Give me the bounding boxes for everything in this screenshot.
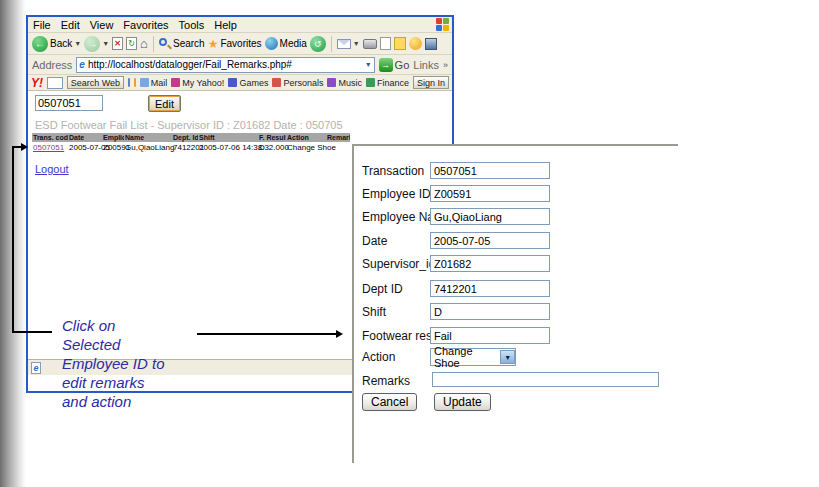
menu-favorites[interactable]: Favorites — [123, 19, 168, 31]
yahoo-item-my-yahoo[interactable]: My Yahoo! — [171, 78, 224, 88]
mail-button[interactable]: ▼ — [337, 39, 360, 49]
media-button[interactable]: Media — [265, 37, 307, 50]
go-button[interactable]: → Go — [379, 58, 410, 72]
toolbar-separator — [153, 36, 154, 52]
callout-bottom-line — [12, 331, 52, 333]
mail-dropdown-icon[interactable]: ▼ — [353, 40, 360, 47]
links-chevron-icon[interactable]: » — [443, 60, 448, 70]
edit-page-button[interactable] — [380, 37, 391, 50]
browser-toolbar: ← Back ▼ → ▼ ✕ ↻ ⌂ Search ★ Favorites Me… — [28, 33, 452, 55]
yahoo-personals-label: Personals — [283, 78, 323, 88]
yahoo-logo[interactable]: Y! — [31, 76, 43, 90]
refresh-icon: ↻ — [126, 37, 137, 50]
cell-date: 2005-07-05 — [68, 142, 102, 153]
col-dept-id: Dept. Id — [172, 133, 198, 142]
menu-file[interactable]: File — [33, 19, 51, 31]
yahoo-item-music[interactable]: Music — [327, 78, 362, 88]
finance-icon — [366, 78, 375, 87]
yahoo-star-icon[interactable] — [134, 78, 136, 87]
trans-code-link[interactable]: 0507051 — [33, 143, 64, 152]
yahoo-item-mail[interactable]: Mail — [140, 78, 168, 88]
edit-button[interactable]: Edit — [148, 95, 181, 112]
tool-extra-button[interactable] — [425, 38, 437, 50]
footwear-result-field[interactable] — [430, 327, 550, 344]
yahoo-search-web-button[interactable]: Search Web — [67, 76, 124, 89]
transaction-search-input[interactable] — [35, 95, 103, 111]
edit-form-panel: Transaction Employee ID Employee Name Da… — [352, 144, 678, 463]
table-header-row: Trans. code Date Emplid Name Dept. Id Sh… — [32, 133, 350, 142]
music-icon — [327, 78, 336, 87]
yahoo-item-personals[interactable]: Personals — [272, 78, 323, 88]
dept-id-field[interactable] — [430, 280, 550, 297]
update-button[interactable]: Update — [434, 393, 491, 411]
search-button[interactable]: Search — [159, 38, 205, 50]
go-arrow-icon: → — [379, 58, 393, 72]
forward-button[interactable]: → ▼ — [84, 36, 109, 52]
yahoo-item-games[interactable]: Games — [228, 78, 268, 88]
toolbar-separator — [331, 36, 332, 52]
history-icon: ↺ — [310, 36, 326, 52]
favorites-label: Favorites — [220, 38, 261, 49]
forward-dropdown-icon[interactable]: ▼ — [102, 40, 109, 47]
back-button[interactable]: ← Back ▼ — [32, 36, 81, 52]
messenger-icon — [409, 37, 422, 50]
transaction-field[interactable] — [430, 162, 550, 179]
media-label: Media — [280, 38, 307, 49]
stop-icon: ✕ — [112, 37, 123, 50]
media-globe-icon — [265, 37, 278, 50]
date-label: Date — [362, 234, 387, 248]
supervisor-id-field[interactable] — [430, 255, 550, 272]
menu-edit[interactable]: Edit — [61, 19, 80, 31]
address-label: Address — [32, 59, 72, 71]
shift-field[interactable] — [430, 303, 550, 320]
address-dropdown-icon[interactable]: ▼ — [365, 61, 372, 68]
favorites-button[interactable]: ★ Favorites — [208, 37, 262, 51]
action-select[interactable]: Change Shoe ▼ — [430, 348, 516, 366]
address-bar: Address e http://localhost/datalogger/Fa… — [28, 55, 452, 75]
windows-logo-icon — [436, 18, 449, 31]
home-icon: ⌂ — [140, 36, 148, 51]
history-button[interactable]: ↺ — [310, 36, 326, 52]
links-label[interactable]: Links — [413, 59, 439, 71]
col-remarks: Remarks — [326, 133, 350, 142]
logout-link[interactable]: Logout — [35, 163, 69, 175]
yahoo-games-label: Games — [239, 78, 268, 88]
refresh-button[interactable]: ↻ — [126, 37, 137, 50]
yahoo-bookmark-icon[interactable] — [128, 78, 130, 87]
home-button[interactable]: ⌂ — [140, 36, 148, 51]
menu-help[interactable]: Help — [214, 19, 237, 31]
col-date: Date — [68, 133, 102, 142]
address-field[interactable]: e http://localhost/datalogger/Fail_Remar… — [76, 57, 374, 73]
personals-icon — [272, 78, 281, 87]
discuss-button[interactable] — [394, 37, 406, 50]
yahoo-music-label: Music — [338, 78, 362, 88]
my-yahoo-icon — [171, 78, 180, 87]
forward-icon: → — [84, 36, 100, 52]
search-label: Search — [173, 38, 205, 49]
menu-tools[interactable]: Tools — [179, 19, 205, 31]
go-label: Go — [395, 59, 410, 71]
menu-view[interactable]: View — [90, 19, 114, 31]
remarks-field[interactable] — [432, 372, 659, 387]
callout-arrowhead-icon — [21, 143, 28, 151]
chevron-down-icon[interactable]: ▼ — [500, 350, 515, 364]
back-dropdown-icon[interactable]: ▼ — [74, 40, 81, 47]
cell-name: Gu,QiaoLiang — [124, 142, 172, 153]
yahoo-sign-in-button[interactable]: Sign In — [413, 76, 449, 89]
supervisor-id-label: Supervisor_id — [362, 257, 435, 271]
app-icon — [425, 38, 437, 50]
stop-button[interactable]: ✕ — [112, 37, 123, 50]
fail-list-table: Trans. code Date Emplid Name Dept. Id Sh… — [32, 133, 350, 153]
date-field[interactable] — [430, 232, 550, 249]
col-emplid: Emplid — [102, 133, 124, 142]
menu-bar: File Edit View Favorites Tools Help — [28, 17, 452, 33]
employee-id-field[interactable] — [430, 185, 550, 202]
employee-name-field[interactable] — [430, 208, 550, 225]
cancel-button[interactable]: Cancel — [362, 393, 417, 411]
print-button[interactable] — [363, 39, 377, 49]
messenger-button[interactable] — [409, 37, 422, 50]
cell-action: Change Shoe — [286, 142, 326, 153]
back-label: Back — [50, 38, 72, 49]
yahoo-item-finance[interactable]: Finance — [366, 78, 409, 88]
yahoo-search-input[interactable] — [47, 77, 63, 89]
